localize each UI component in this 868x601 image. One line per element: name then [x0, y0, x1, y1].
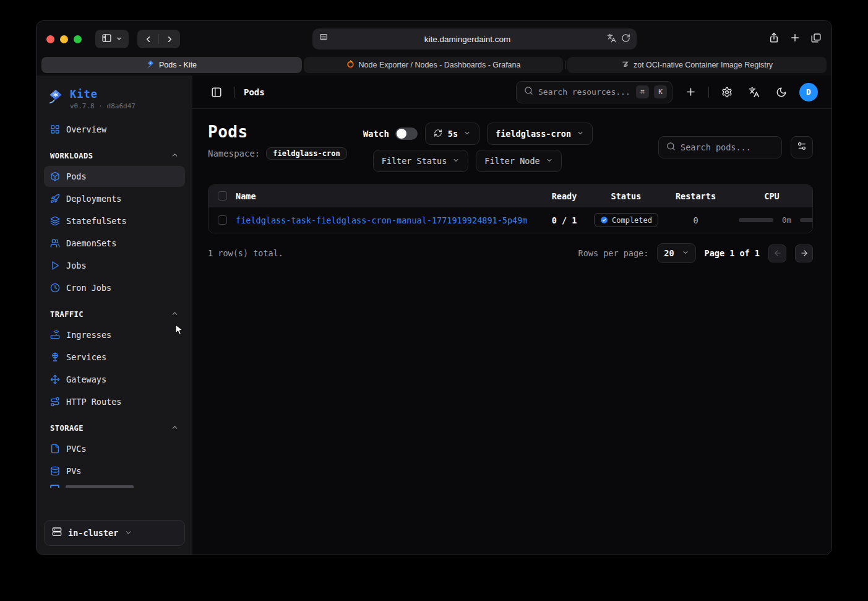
top-bar-divider: [234, 87, 235, 98]
main-content: Pods ⌘ K: [192, 76, 831, 555]
check-circle-icon: [600, 216, 608, 224]
kbd-command: ⌘: [636, 85, 649, 98]
create-resource-button[interactable]: [681, 83, 700, 102]
settings-gear-icon[interactable]: [718, 83, 736, 102]
cube-icon: [50, 171, 60, 181]
row-checkbox[interactable]: [218, 215, 227, 225]
status-text: Completed: [612, 216, 652, 225]
column-header-ready[interactable]: Ready: [536, 191, 592, 201]
filter-node-dropdown[interactable]: Filter Node: [476, 150, 561, 172]
sidebar-item-label: PVCs: [66, 444, 87, 454]
tab-divider: [565, 61, 565, 69]
language-icon[interactable]: [745, 83, 763, 102]
filter-status-label: Filter Status: [382, 156, 447, 166]
pods-search-input[interactable]: [681, 142, 774, 152]
address-bar[interactable]: kite.damingerdaint.com: [312, 28, 637, 50]
tab-pods-kite[interactable]: Pods - Kite: [41, 57, 302, 73]
sidebar-item-deployments[interactable]: Deployments: [44, 188, 185, 209]
sidebar-item-overview[interactable]: Overview: [44, 119, 185, 140]
tab-label: Pods - Kite: [159, 61, 197, 69]
app-logo[interactable]: Kite v0.7.8 · d8a6d47: [44, 84, 185, 119]
refresh-interval-dropdown[interactable]: 5s: [425, 123, 479, 145]
play-icon: [50, 261, 60, 270]
table-header-row: Name Ready Status Restarts CPU: [208, 185, 812, 207]
sidebar-item-label: PVs: [66, 466, 81, 476]
watch-toggle[interactable]: [395, 128, 418, 140]
share-icon[interactable]: [768, 32, 780, 46]
app-name: Kite: [70, 88, 135, 100]
next-page-button[interactable]: [795, 244, 813, 262]
column-header-status[interactable]: Status: [592, 191, 660, 201]
browser-sidebar-toggle-button[interactable]: [95, 30, 129, 48]
grafana-favicon: [346, 60, 355, 70]
pods-table: Name Ready Status Restarts CPU fieldglas…: [208, 184, 813, 233]
traffic-lights: [46, 35, 82, 43]
status-badge: Completed: [594, 213, 658, 227]
section-workloads[interactable]: WORKLOADS: [44, 151, 185, 161]
back-button[interactable]: [137, 30, 158, 48]
section-label: WORKLOADS: [50, 152, 93, 160]
pod-cpu: 0m: [731, 215, 812, 225]
sidebar-item-http-routes[interactable]: HTTP Routes: [44, 391, 185, 412]
dark-mode-moon-icon[interactable]: [772, 83, 791, 102]
sidebar-item-ingresses[interactable]: Ingresses: [44, 324, 185, 345]
minimize-window-button[interactable]: [60, 35, 68, 43]
table-row[interactable]: fieldglass-task-fieldglass-cron-manual-1…: [208, 207, 812, 233]
sidebar-item-pods[interactable]: Pods: [44, 166, 185, 187]
tab-grafana[interactable]: Node Exporter / Nodes - Dashboards - Gra…: [304, 57, 563, 73]
refresh-interval-value: 5s: [448, 129, 458, 139]
cluster-selector[interactable]: in-cluster: [44, 520, 185, 546]
sidebar-item-label: Deployments: [66, 194, 121, 204]
sidebar-item-daemonsets[interactable]: DaemonSets: [44, 233, 185, 254]
select-all-checkbox[interactable]: [218, 191, 227, 201]
namespace-badge: fieldglass-cron: [266, 147, 346, 160]
filter-status-dropdown[interactable]: Filter Status: [373, 150, 469, 172]
reader-icon[interactable]: [319, 33, 329, 45]
globe-icon: [50, 352, 60, 362]
rows-total-text: 1 row(s) total.: [208, 248, 283, 258]
users-icon: [50, 238, 60, 248]
translate-page-icon[interactable]: [607, 33, 616, 45]
zoom-window-button[interactable]: [74, 35, 82, 43]
close-window-button[interactable]: [46, 35, 54, 43]
tab-zot[interactable]: zot OCI-native Container Image Registry: [567, 57, 827, 73]
new-tab-icon[interactable]: [789, 32, 801, 46]
previous-page-button[interactable]: [768, 244, 786, 262]
sidebar-item-cron-jobs[interactable]: Cron Jobs: [44, 277, 185, 298]
sidebar-item-pvcs[interactable]: PVCs: [44, 438, 185, 459]
section-storage[interactable]: STORAGE: [44, 423, 185, 433]
kite-favicon: [147, 60, 155, 70]
grid-icon: [50, 124, 60, 134]
column-header-cpu[interactable]: CPU: [731, 191, 812, 201]
app-sidebar-toggle-button[interactable]: [207, 83, 226, 102]
sidebar-item-statefulsets[interactable]: StatefulSets: [44, 210, 185, 231]
column-settings-button[interactable]: [791, 136, 813, 158]
chevron-down-icon: [124, 527, 132, 539]
section-traffic[interactable]: TRAFFIC: [44, 309, 185, 319]
namespace-select-dropdown[interactable]: fieldglass-cron: [487, 123, 593, 145]
sidebar-item-services[interactable]: Services: [44, 347, 185, 368]
global-search[interactable]: ⌘ K: [516, 81, 672, 103]
avatar[interactable]: D: [799, 83, 818, 102]
sidebar-item-label: Services: [66, 352, 106, 362]
sidebar-scroll-area[interactable]: Kite v0.7.8 · d8a6d47 Overview WORKLOADS: [37, 76, 192, 514]
sidebar-item-pvs[interactable]: PVs: [44, 460, 185, 482]
forward-button[interactable]: [159, 30, 180, 48]
sidebar-item-gateways[interactable]: Gateways: [44, 369, 185, 390]
sidebar-item-label: Ingresses: [66, 330, 111, 340]
column-header-name[interactable]: Name: [236, 191, 536, 201]
rows-per-page-dropdown[interactable]: 20: [657, 243, 695, 263]
tab-overview-icon[interactable]: [810, 32, 822, 46]
section-label: TRAFFIC: [50, 310, 84, 319]
column-header-restarts[interactable]: Restarts: [660, 191, 731, 201]
sidebar-item-jobs[interactable]: Jobs: [44, 255, 185, 276]
pod-name-link[interactable]: fieldglass-task-fieldglass-cron-manual-1…: [236, 215, 536, 225]
tab-label: Node Exporter / Nodes - Dashboards - Gra…: [359, 61, 521, 69]
kbd-k: K: [654, 85, 667, 98]
reload-icon[interactable]: [621, 33, 630, 45]
global-search-input[interactable]: [538, 87, 631, 97]
pods-search[interactable]: [658, 136, 782, 158]
chevron-down-icon: [452, 156, 460, 166]
sidebar-item-label: StatefulSets: [66, 216, 127, 226]
chevron-up-icon: [171, 151, 179, 161]
